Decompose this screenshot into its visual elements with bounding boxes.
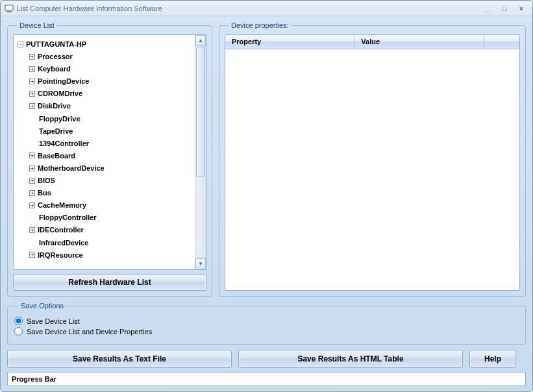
- svg-rect-0: [5, 5, 13, 10]
- scroll-thumb[interactable]: [196, 47, 205, 177]
- expand-icon[interactable]: +: [29, 252, 35, 258]
- column-property[interactable]: Property: [225, 35, 354, 49]
- tree-spacer: [29, 239, 36, 245]
- tree-item[interactable]: +IRQResource: [29, 249, 206, 261]
- device-list-group: Device List -PUTTAGUNTA-HP+Processor+Key…: [7, 21, 212, 297]
- properties-table: Property Value: [225, 34, 520, 291]
- app-icon: [5, 4, 14, 13]
- tree-item[interactable]: +BaseBoard: [29, 149, 206, 162]
- help-button[interactable]: Help: [469, 350, 516, 368]
- tree-item-label: CacheMemory: [38, 201, 86, 209]
- tree-item[interactable]: +IDEController: [29, 223, 206, 236]
- tree-item-label: Bus: [38, 189, 51, 197]
- tree-spacer: [29, 214, 36, 219]
- column-spacer: [484, 35, 519, 49]
- tree-item-label: FloppyController: [39, 214, 97, 221]
- tree-item[interactable]: +BIOS: [29, 174, 206, 186]
- device-list-legend: Device List: [17, 21, 57, 29]
- radio-save-list-props-label: Save Device List and Device Properties: [27, 328, 152, 336]
- tree-item-label: CDROMDrive: [38, 90, 82, 97]
- tree-item[interactable]: +Bus: [29, 186, 206, 199]
- tree-item-label: 1394Controller: [39, 140, 89, 147]
- expand-icon[interactable]: +: [29, 202, 35, 208]
- save-device-list-radio[interactable]: Save Device List: [14, 317, 519, 325]
- tree-root[interactable]: -PUTTAGUNTA-HP: [18, 38, 206, 50]
- progress-label: Progress Bar: [12, 375, 56, 383]
- scroll-down-button[interactable]: ▼: [195, 258, 206, 269]
- tree-item-label: IRQResource: [38, 251, 83, 259]
- progress-bar: Progress Bar: [7, 372, 526, 386]
- tree-spacer: [29, 127, 36, 133]
- tree-root-label: PUTTAGUNTA-HP: [26, 40, 86, 48]
- properties-legend: Device properties:: [229, 21, 291, 29]
- tree-item[interactable]: +Processor: [29, 50, 206, 62]
- tree-item-label: InfraredDevice: [39, 239, 88, 247]
- expand-icon[interactable]: +: [29, 153, 35, 158]
- expand-icon[interactable]: +: [29, 227, 35, 233]
- close-button[interactable]: ×: [514, 3, 528, 14]
- expand-icon[interactable]: +: [29, 103, 35, 109]
- expand-icon[interactable]: +: [29, 54, 35, 60]
- tree-item-label: TapeDrive: [39, 127, 73, 135]
- radio-save-list[interactable]: [14, 317, 23, 325]
- tree-item-label: BIOS: [38, 177, 55, 184]
- expand-icon[interactable]: +: [29, 165, 35, 171]
- expand-icon[interactable]: +: [29, 66, 35, 72]
- bottom-button-row: Save Results As Text File Save Results A…: [7, 350, 526, 368]
- tree-item-label: PointingDevice: [38, 77, 89, 85]
- expand-icon[interactable]: +: [29, 91, 35, 97]
- tree-item-label: MotherboardDevice: [38, 164, 105, 172]
- expand-icon[interactable]: +: [29, 178, 35, 184]
- tree-item-label: Keyboard: [38, 65, 71, 73]
- tree-item-label: Processor: [38, 53, 73, 60]
- app-window: List Computer Hardware Information Softw…: [0, 0, 533, 392]
- save-text-button[interactable]: Save Results As Text File: [7, 350, 232, 368]
- content-area: Device List -PUTTAGUNTA-HP+Processor+Key…: [1, 16, 532, 391]
- collapse-icon[interactable]: -: [18, 42, 23, 47]
- device-properties-group: Device properties: Property Value: [219, 21, 526, 297]
- tree-item-label: IDEController: [38, 227, 84, 234]
- tree-spacer: [29, 140, 36, 145]
- window-title: List Computer Hardware Information Softw…: [17, 5, 478, 12]
- device-tree[interactable]: -PUTTAGUNTA-HP+Processor+Keyboard+Pointi…: [14, 35, 206, 269]
- tree-item[interactable]: +Keyboard: [29, 62, 206, 75]
- save-options-legend: Save Options: [18, 302, 66, 310]
- tree-item-label: DiskDrive: [38, 103, 71, 110]
- tree-item[interactable]: InfraredDevice: [29, 236, 206, 249]
- radio-save-list-label: Save Device List: [27, 317, 80, 325]
- tree-item-label: FloppyDrive: [39, 115, 81, 123]
- tree-spacer: [29, 115, 36, 121]
- expand-icon[interactable]: +: [29, 190, 35, 196]
- tree-item[interactable]: +PointingDevice: [29, 75, 206, 87]
- tree-item[interactable]: 1394Controller: [29, 137, 206, 149]
- scroll-up-button[interactable]: ▲: [195, 35, 206, 46]
- top-row: Device List -PUTTAGUNTA-HP+Processor+Key…: [7, 21, 526, 297]
- tree-item-label: BaseBoard: [38, 152, 75, 160]
- tree-item[interactable]: +MotherboardDevice: [29, 162, 206, 174]
- refresh-button[interactable]: Refresh Hardware List: [13, 274, 206, 291]
- tree-item[interactable]: +CacheMemory: [29, 199, 206, 211]
- table-header: Property Value: [225, 35, 519, 49]
- svg-rect-1: [6, 11, 12, 12]
- minimize-button[interactable]: _: [480, 3, 495, 14]
- tree-scrollbar[interactable]: ▲ ▼: [195, 35, 206, 269]
- tree-item[interactable]: FloppyDrive: [29, 112, 206, 125]
- tree-item[interactable]: +CDROMDrive: [29, 87, 206, 99]
- expand-icon[interactable]: +: [29, 79, 35, 84]
- save-html-button[interactable]: Save Results As HTML Table: [238, 350, 463, 368]
- maximize-button[interactable]: □: [497, 3, 512, 14]
- save-device-list-and-props-radio[interactable]: Save Device List and Device Properties: [14, 327, 519, 336]
- tree-container: -PUTTAGUNTA-HP+Processor+Keyboard+Pointi…: [13, 34, 206, 270]
- tree-item[interactable]: TapeDrive: [29, 125, 206, 137]
- tree-item[interactable]: FloppyController: [29, 211, 206, 223]
- tree-item[interactable]: +DiskDrive: [29, 99, 206, 112]
- column-value[interactable]: Value: [354, 35, 484, 49]
- save-options-group: Save Options Save Device List Save Devic…: [7, 302, 526, 345]
- radio-save-list-props[interactable]: [14, 327, 23, 336]
- title-bar: List Computer Hardware Information Softw…: [1, 1, 532, 16]
